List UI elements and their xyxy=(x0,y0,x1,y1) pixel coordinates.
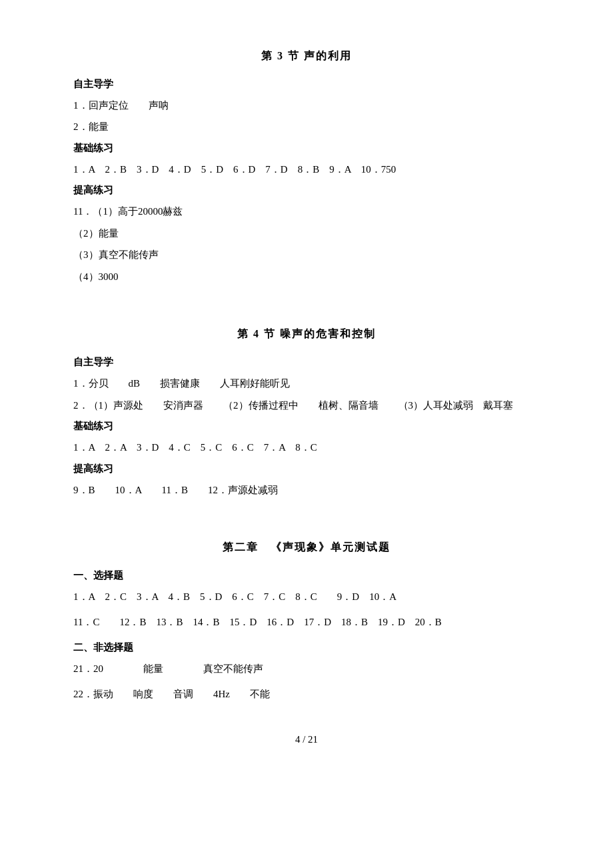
chapter-2-xuanze-line-1: 1．A 2．C 3．A 4．B 5．D 6．C 7．C 8．C 9．D 10．A xyxy=(73,587,540,607)
chapter-2-feixuanze-line-2: 22．振动 响度 音调 4Hz 不能 xyxy=(73,685,540,704)
section-3-tigao-line-4: （4）3000 xyxy=(73,267,540,287)
section-3-tigao-line-2: （2）能量 xyxy=(73,224,540,243)
chapter-2-title: 第二章 《声现象》单元测试题 xyxy=(73,538,540,557)
section-3-zizhu: 自主导学 1．回声定位 声呐 2．能量 xyxy=(73,75,540,137)
section-4-zizhu: 自主导学 1．分贝 dB 损害健康 人耳刚好能听见 2．（1）声源处 安消声器 … xyxy=(73,353,540,415)
section-3-tigao-line-1: 11．（1）高于20000赫兹 xyxy=(73,202,540,221)
section-3-jichulixi: 基础练习 1．A 2．B 3．D 4．D 5．D 6．D 7．D 8．B 9．A… xyxy=(73,139,540,179)
section-3-tigao-heading: 提高练习 xyxy=(73,181,540,199)
section-3-zizhu-heading: 自主导学 xyxy=(73,75,540,93)
section-3-zizhu-line-1: 1．回声定位 声呐 xyxy=(73,96,540,115)
section-3-tigao-line-3: （3）真空不能传声 xyxy=(73,245,540,265)
chapter-2-xuanze-heading: 一、选择题 xyxy=(73,567,540,585)
page-footer: 4 / 21 xyxy=(73,731,540,749)
chapter-2-block: 第二章 《声现象》单元测试题 一、选择题 1．A 2．C 3．A 4．B 5．D… xyxy=(73,538,540,704)
section-4-jichu-heading: 基础练习 xyxy=(73,417,540,435)
chapter-2-feixuanze: 二、非选择题 21．20 能量 真空不能传声 22．振动 响度 音调 4Hz 不… xyxy=(73,639,540,704)
chapter-2-xuanze-line-2: 11．C 12．B 13．B 14．B 15．D 16．D 17．D 18．B … xyxy=(73,613,540,632)
page-content: 第 3 节 声的利用 自主导学 1．回声定位 声呐 2．能量 基础练习 1．A … xyxy=(73,47,540,749)
section-3-jichu-heading: 基础练习 xyxy=(73,139,540,157)
section-4-block: 第 4 节 噪声的危害和控制 自主导学 1．分贝 dB 损害健康 人耳刚好能听见… xyxy=(73,325,540,499)
section-4-zizhu-line-1: 1．分贝 dB 损害健康 人耳刚好能听见 xyxy=(73,374,540,393)
section-4-zizhu-line-2: 2．（1）声源处 安消声器 （2）传播过程中 植树、隔音墙 （3）人耳处减弱 戴… xyxy=(73,396,540,415)
section-4-jichu-line-1: 1．A 2．A 3．D 4．C 5．C 6．C 7．A 8．C xyxy=(73,438,540,457)
section-4-title: 第 4 节 噪声的危害和控制 xyxy=(73,325,540,344)
section-3-jichu-line-1: 1．A 2．B 3．D 4．D 5．D 6．D 7．D 8．B 9．A 10．7… xyxy=(73,160,540,179)
section-3-title: 第 3 节 声的利用 xyxy=(73,47,540,66)
section-4-zizhu-heading: 自主导学 xyxy=(73,353,540,371)
section-4-tigao-heading: 提高练习 xyxy=(73,460,540,478)
chapter-2-feixuanze-line-1: 21．20 能量 真空不能传声 xyxy=(73,659,540,679)
section-3-zizhu-line-2: 2．能量 xyxy=(73,117,540,137)
section-4-tigao: 提高练习 9．B 10．A 11．B 12．声源处减弱 xyxy=(73,460,540,500)
section-3-block: 第 3 节 声的利用 自主导学 1．回声定位 声呐 2．能量 基础练习 1．A … xyxy=(73,47,540,286)
chapter-2-xuanzeti: 一、选择题 1．A 2．C 3．A 4．B 5．D 6．C 7．C 8．C 9．… xyxy=(73,567,540,632)
section-3-tigao: 提高练习 11．（1）高于20000赫兹 （2）能量 （3）真空不能传声 （4）… xyxy=(73,181,540,286)
page-info: 4 / 21 xyxy=(295,734,318,745)
section-4-tigao-line-1: 9．B 10．A 11．B 12．声源处减弱 xyxy=(73,481,540,500)
chapter-2-feixuanze-heading: 二、非选择题 xyxy=(73,639,540,657)
section-4-jichu: 基础练习 1．A 2．A 3．D 4．C 5．C 6．C 7．A 8．C xyxy=(73,417,540,457)
